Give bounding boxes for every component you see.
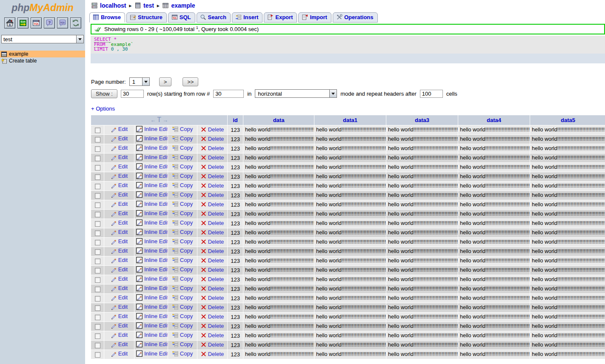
edit-link[interactable]: Edit [111,266,128,273]
delete-link[interactable]: Delete [201,341,224,348]
row-checkbox[interactable] [95,352,100,358]
edit-link[interactable]: Edit [111,182,128,188]
inline-edit-link[interactable]: Inline Edit [136,154,168,160]
tab-sql[interactable]: SQL SQL [168,12,195,23]
tab-operations[interactable]: Operations [333,12,378,23]
column-header-data[interactable]: data [243,115,314,125]
delete-link[interactable]: Delete [201,154,224,161]
delete-link[interactable]: Delete [201,332,224,338]
options-toggle-link[interactable]: + Options [91,105,115,112]
delete-link[interactable]: Delete [201,192,224,198]
breadcrumb-database-link[interactable]: test [134,2,154,9]
copy-link[interactable]: Copy [172,257,193,263]
delete-link[interactable]: Delete [201,276,224,282]
edit-link[interactable]: Edit [111,145,128,151]
inline-edit-link[interactable]: Inline Edit [136,238,168,245]
inline-edit-link[interactable]: Inline Edit [136,257,168,263]
delete-link[interactable]: Delete [201,173,224,179]
delete-link[interactable]: Delete [201,257,224,264]
tab-export[interactable]: Export [264,12,297,23]
delete-link[interactable]: Delete [201,295,224,301]
inline-edit-link[interactable]: Inline Edit [136,219,168,226]
row-checkbox[interactable] [95,156,100,161]
delete-link[interactable]: Delete [201,239,224,245]
row-checkbox[interactable] [95,146,100,152]
mode-select-arrow-button[interactable] [329,90,337,97]
database-select[interactable]: test [1,35,84,43]
copy-link[interactable]: Copy [172,191,193,198]
delete-link[interactable]: Delete [201,182,224,189]
copy-link[interactable]: Copy [172,332,193,338]
row-checkbox[interactable] [95,230,100,236]
copy-link[interactable]: Copy [172,341,193,347]
inline-edit-link[interactable]: Inline Edit [136,266,168,273]
copy-link[interactable]: Copy [172,163,193,170]
copy-link[interactable]: Copy [172,135,193,142]
delete-link[interactable]: Delete [201,323,224,329]
copy-link[interactable]: Copy [172,276,193,282]
delete-link[interactable]: Delete [201,267,224,273]
breadcrumb-server-link[interactable]: localhost [91,2,126,9]
copy-link[interactable]: Copy [172,304,193,310]
sidebar-item-create-table[interactable]: Create table [0,57,85,64]
edit-link[interactable]: Edit [111,350,128,357]
copy-link[interactable]: Copy [172,173,193,179]
copy-link[interactable]: Copy [172,126,193,132]
mysql-docs-button[interactable]: SQL [57,17,68,28]
row-checkbox[interactable] [95,128,100,133]
query-window-button[interactable]: SQL [31,17,42,28]
row-checkbox[interactable] [95,277,100,283]
inline-edit-link[interactable]: Inline Edit [136,350,168,357]
row-checkbox[interactable] [95,305,100,311]
inline-edit-link[interactable]: Inline Edit [136,285,168,291]
copy-link[interactable]: Copy [172,350,193,357]
copy-link[interactable]: Copy [172,154,193,160]
row-checkbox[interactable] [95,240,100,245]
edit-link[interactable]: Edit [111,126,128,132]
inline-edit-link[interactable]: Inline Edit [136,173,168,179]
column-header-data4[interactable]: data4 [458,115,530,125]
edit-link[interactable]: Edit [111,135,128,142]
delete-link[interactable]: Delete [201,304,224,310]
row-checkbox[interactable] [95,184,100,189]
row-checkbox[interactable] [95,259,100,264]
edit-link[interactable]: Edit [111,341,128,347]
copy-link[interactable]: Copy [172,313,193,319]
copy-link[interactable]: Copy [172,266,193,273]
copy-link[interactable]: Copy [172,238,193,245]
row-checkbox[interactable] [95,268,100,273]
row-checkbox[interactable] [95,165,100,171]
copy-link[interactable]: Copy [172,219,193,226]
next-page-button[interactable]: > [159,77,172,86]
edit-link[interactable]: Edit [111,332,128,338]
delete-link[interactable]: Delete [201,164,224,170]
edit-link[interactable]: Edit [111,294,128,301]
edit-link[interactable]: Edit [111,276,128,282]
column-header-id[interactable]: id [228,115,243,125]
inline-edit-link[interactable]: Inline Edit [136,182,168,188]
edit-link[interactable]: Edit [111,154,128,160]
row-checkbox[interactable] [95,174,100,180]
breadcrumb-table-link[interactable]: example [162,2,195,9]
row-checkbox[interactable] [95,212,100,217]
tab-import[interactable]: Import [298,12,331,23]
delete-link[interactable]: Delete [201,313,224,320]
tab-browse[interactable]: Browse [89,12,125,23]
inline-edit-link[interactable]: Inline Edit [136,341,168,347]
tab-structure[interactable]: Structure [126,12,167,23]
row-checkbox[interactable] [95,137,100,142]
delete-link[interactable]: Delete [201,351,224,357]
edit-link[interactable]: Edit [111,322,128,329]
delete-link[interactable]: Delete [201,220,224,226]
edit-link[interactable]: Edit [111,229,128,235]
copy-link[interactable]: Copy [172,229,193,235]
database-select-arrow-button[interactable] [76,35,83,43]
edit-link[interactable]: Edit [111,238,128,245]
row-checkbox[interactable] [95,315,100,320]
row-checkbox[interactable] [95,296,100,301]
home-button[interactable] [4,17,15,28]
copy-link[interactable]: Copy [172,322,193,329]
edit-link[interactable]: Edit [111,210,128,216]
inline-edit-link[interactable]: Inline Edit [136,163,168,170]
show-button[interactable]: Show : [91,89,117,98]
